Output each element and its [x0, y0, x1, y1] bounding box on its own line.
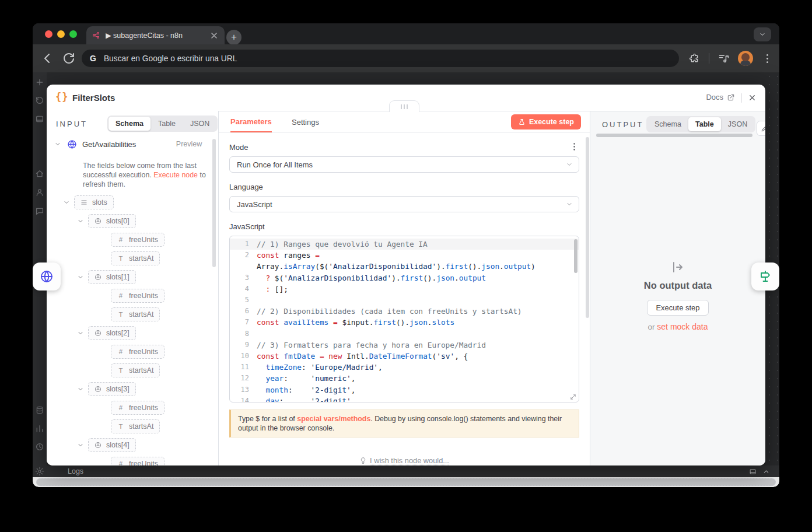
chevron-down-icon[interactable]: [76, 218, 85, 225]
schema-field-pill[interactable]: slots: [74, 195, 114, 209]
tab-schema[interactable]: Schema: [108, 117, 150, 131]
schema-field-pill[interactable]: TstartsAt: [111, 307, 160, 321]
node-title[interactable]: FilterSlots: [72, 93, 115, 103]
tree-item[interactable]: #freeUnits: [47, 286, 218, 305]
chevron-down-icon[interactable]: [76, 442, 85, 449]
output-scrollbar[interactable]: [596, 134, 752, 137]
extensions-icon[interactable]: [688, 52, 701, 65]
tab-json[interactable]: JSON: [183, 117, 216, 131]
schema-field-pill[interactable]: #freeUnits: [111, 289, 164, 303]
schema-field-pill[interactable]: TstartsAt: [111, 419, 160, 433]
media-controls-icon[interactable]: [718, 52, 730, 65]
tree-item[interactable]: slots[3]: [47, 380, 218, 398]
tree-item[interactable]: slots: [47, 193, 218, 212]
chevron-down-icon[interactable]: [62, 199, 71, 206]
tree-item[interactable]: TstartsAt: [47, 249, 218, 268]
schema-field-pill[interactable]: #freeUnits: [111, 457, 164, 466]
execute-node-link[interactable]: Execute node: [153, 171, 198, 179]
tree-item[interactable]: TstartsAt: [47, 305, 218, 324]
chevron-down-icon[interactable]: [54, 141, 61, 148]
chevron-down-icon[interactable]: [76, 386, 85, 393]
tree-item[interactable]: #freeUnits: [47, 342, 218, 361]
docs-link[interactable]: Docs: [706, 93, 735, 102]
minimize-window-button[interactable]: [57, 30, 65, 38]
logs-panel[interactable]: Logs: [47, 466, 779, 477]
profile-avatar[interactable]: [738, 51, 753, 66]
tab-search-button[interactable]: [754, 27, 771, 41]
chat-icon[interactable]: [35, 206, 44, 216]
close-window-button[interactable]: [45, 30, 52, 38]
schema-field-pill[interactable]: slots[0]: [88, 214, 136, 228]
tree-item[interactable]: slots[4]: [47, 436, 218, 454]
tab-schema[interactable]: Schema: [648, 117, 688, 131]
tree-item[interactable]: #freeUnits: [47, 454, 218, 466]
browser-tab[interactable]: ▶ subagenteCitas - n8n: [86, 26, 225, 44]
options-kebab-icon[interactable]: [569, 142, 579, 152]
history-icon[interactable]: [35, 96, 44, 105]
tree-item[interactable]: slots[1]: [47, 268, 218, 286]
schema-field-pill[interactable]: slots[1]: [88, 270, 136, 284]
field-label: startsAt: [129, 310, 153, 318]
code-line: 3 ? $('AnalizarDisponibilidad').first().…: [230, 272, 579, 284]
tree-item[interactable]: slots[0]: [47, 212, 218, 230]
gear-icon[interactable]: [35, 467, 44, 476]
tree-item[interactable]: #freeUnits: [47, 230, 218, 249]
schema-field-pill[interactable]: slots[2]: [88, 326, 136, 340]
schema-field-pill[interactable]: TstartsAt: [111, 251, 160, 265]
home-icon[interactable]: [35, 169, 44, 178]
input-scrollbar[interactable]: [212, 139, 216, 267]
browser-menu-icon[interactable]: [761, 52, 774, 65]
execute-step-button[interactable]: Execute step: [511, 114, 581, 130]
reload-icon[interactable]: [62, 51, 76, 65]
schema-field-pill[interactable]: slots[4]: [88, 438, 136, 452]
back-icon[interactable]: [40, 51, 54, 65]
mode-select[interactable]: Run Once for All Items: [229, 156, 579, 173]
chevron-up-icon[interactable]: [762, 468, 770, 475]
plus-icon[interactable]: [35, 78, 44, 87]
panel-icon[interactable]: [35, 114, 44, 124]
stack-icon[interactable]: [35, 405, 44, 415]
schema-field-pill[interactable]: TstartsAt: [111, 363, 160, 377]
schema-field-pill[interactable]: #freeUnits: [111, 233, 164, 247]
code-editor[interactable]: 1// 1) Ranges que devolvió tu Agente IA2…: [229, 236, 579, 402]
special-vars-link[interactable]: special vars/methods: [297, 415, 370, 423]
panel-drag-handle[interactable]: [389, 100, 419, 112]
address-bar[interactable]: G Buscar en Google o escribir una URL: [82, 50, 679, 67]
code-line: 7const availItems = $input.first().json.…: [230, 317, 579, 328]
tree-item[interactable]: #freeUnits: [47, 398, 218, 417]
wish-feedback-link[interactable]: I wish this node would...: [219, 456, 590, 465]
string-icon: T: [117, 311, 124, 318]
tree-item[interactable]: TstartsAt: [47, 361, 218, 380]
new-tab-button[interactable]: +: [226, 30, 242, 45]
tree-item[interactable]: TstartsAt: [47, 417, 218, 436]
clock-icon[interactable]: [35, 442, 44, 452]
chevron-down-icon[interactable]: [76, 330, 85, 337]
editor-scrollbar[interactable]: [574, 239, 578, 273]
schema-field-pill[interactable]: slots[3]: [88, 382, 136, 396]
tree-item[interactable]: slots[2]: [47, 324, 218, 342]
tab-json[interactable]: JSON: [721, 117, 754, 131]
tab-settings[interactable]: Settings: [292, 111, 319, 132]
chevron-down-icon[interactable]: [76, 274, 85, 281]
tab-close-icon[interactable]: [209, 31, 219, 40]
expand-editor-icon[interactable]: [570, 394, 576, 400]
edit-output-button[interactable]: [757, 121, 765, 136]
tab-parameters[interactable]: Parameters: [230, 111, 272, 132]
input-node-row[interactable]: GetAvailabilities Preview: [54, 138, 136, 150]
chart-icon[interactable]: [35, 424, 44, 433]
input-node-stub[interactable]: [33, 262, 61, 290]
execute-step-secondary-button[interactable]: Execute step: [647, 300, 708, 316]
output-node-stub[interactable]: [751, 262, 779, 290]
tab-table[interactable]: Table: [688, 117, 721, 131]
user-icon[interactable]: [35, 188, 44, 197]
schema-field-pill[interactable]: #freeUnits: [111, 401, 164, 415]
close-icon[interactable]: [748, 93, 757, 102]
zoom-window-button[interactable]: [69, 30, 77, 38]
set-mock-data-link[interactable]: set mock data: [657, 322, 708, 331]
schema-field-pill[interactable]: #freeUnits: [111, 345, 164, 359]
horizontal-scrollbar[interactable]: [36, 478, 776, 486]
language-select[interactable]: JavaScript: [229, 196, 579, 212]
parameters-scrollbar[interactable]: [586, 137, 589, 318]
panel-icon[interactable]: [749, 468, 757, 475]
tab-table[interactable]: Table: [150, 117, 183, 131]
